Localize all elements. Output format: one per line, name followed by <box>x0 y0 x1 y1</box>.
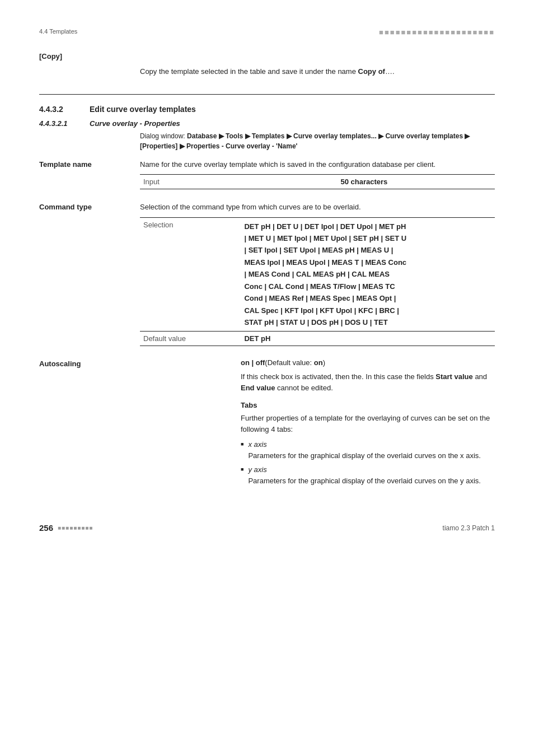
table-row: Input 50 characters <box>140 175 495 189</box>
autoscaling-label: Autoscaling <box>39 358 140 489</box>
tabs-heading: Tabs <box>241 401 495 409</box>
autoscaling-desc: If this check box is activated, then the… <box>241 371 495 393</box>
section-4321-title: Curve overlay - Properties <box>90 119 180 128</box>
command-type-label: Command type <box>39 202 140 351</box>
section-432-num: 4.4.3.2 <box>39 105 90 114</box>
y-axis-title: y axis <box>248 465 266 474</box>
section-432-heading: 4.4.3.2 Edit curve overlay templates <box>39 105 495 114</box>
list-item: y axis Parameters for the graphical disp… <box>241 464 495 486</box>
template-name-desc: Name for the curve overlay template whic… <box>140 159 495 170</box>
copy-desc: Copy the template selected in the table … <box>140 66 495 77</box>
footer-page: 256 ■■■■■■■■■ <box>39 523 93 533</box>
input-value: 50 characters <box>337 175 495 189</box>
input-label: Input <box>140 175 337 189</box>
default-value: DET pH <box>241 332 495 346</box>
section-4321-num: 4.4.3.2.1 <box>39 119 90 128</box>
x-axis-title: x axis <box>248 440 266 449</box>
header-dots: ■■■■■■■■■■■■■■■■■■■■■ <box>379 28 495 36</box>
autoscaling-row: Autoscaling on | off(Default value: on) … <box>39 358 495 489</box>
list-item: x axis Parameters for the graphical disp… <box>241 439 495 461</box>
template-name-table: Input 50 characters <box>140 174 495 189</box>
command-type-table: Selection DET pH | DET U | DET Ipol | DE… <box>140 217 495 347</box>
x-axis-desc: Parameters for the graphical display of … <box>248 451 481 460</box>
tabs-list: x axis Parameters for the graphical disp… <box>241 439 495 486</box>
header-left: 4.4 Templates <box>39 28 77 35</box>
y-axis-desc: Parameters for the graphical display of … <box>248 477 481 485</box>
command-type-content: Selection of the command type from which… <box>140 202 495 351</box>
tabs-desc: Further properties of a template for the… <box>241 413 495 435</box>
copy-label: [Copy] <box>39 52 495 60</box>
footer: 256 ■■■■■■■■■ tiamo 2.3 Patch 1 <box>39 523 495 533</box>
section-432-title: Edit curve overlay templates <box>90 105 196 114</box>
template-name-row: Template name Name for the curve overlay… <box>39 159 495 194</box>
default-label: Default value <box>140 332 241 346</box>
selection-value: DET pH | DET U | DET Ipol | DET Upol | M… <box>241 217 495 332</box>
template-name-content: Name for the curve overlay template whic… <box>140 159 495 194</box>
footer-dots: ■■■■■■■■■ <box>58 525 93 531</box>
autoscaling-content: on | off(Default value: on) If this chec… <box>241 358 495 489</box>
default-row: Default value DET pH <box>140 332 495 346</box>
autoscaling-onoff: on | off(Default value: on) <box>241 358 495 367</box>
selection-row: Selection DET pH | DET U | DET Ipol | DE… <box>140 217 495 332</box>
divider-1 <box>39 94 495 95</box>
dialog-desc: Dialog window: Database ▶ Tools ▶ Templa… <box>140 131 495 151</box>
y-axis-item: y axis Parameters for the graphical disp… <box>248 464 495 486</box>
footer-product: tiamo 2.3 Patch 1 <box>443 524 495 532</box>
template-name-label: Template name <box>39 159 140 194</box>
page-number: 256 <box>39 523 53 533</box>
section-4321-heading: 4.4.3.2.1 Curve overlay - Properties <box>39 119 495 128</box>
selection-label: Selection <box>140 217 241 332</box>
x-axis-item: x axis Parameters for the graphical disp… <box>248 439 495 461</box>
command-type-desc: Selection of the command type from which… <box>140 202 495 213</box>
command-type-row: Command type Selection of the command ty… <box>39 202 495 351</box>
